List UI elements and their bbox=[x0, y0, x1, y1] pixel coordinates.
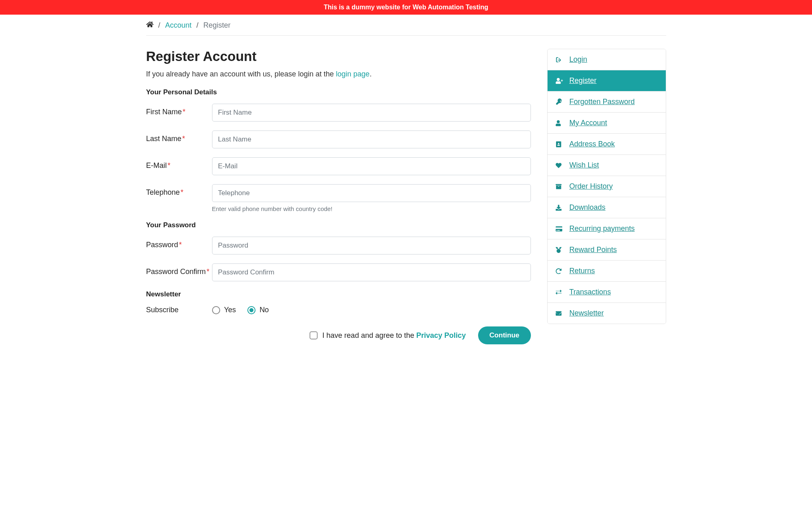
credit-card-icon bbox=[555, 225, 564, 233]
telephone-help: Enter valid phone number with country co… bbox=[212, 205, 531, 212]
radio-label: No bbox=[260, 306, 269, 314]
sidebar-item-label: Register bbox=[569, 76, 597, 85]
label-text: Password Confirm bbox=[146, 268, 206, 276]
required-marker: * bbox=[168, 161, 171, 170]
sidebar-item-newsletter[interactable]: Newsletter bbox=[548, 303, 666, 324]
medal-icon bbox=[555, 246, 564, 254]
login-page-link[interactable]: login page bbox=[336, 70, 370, 78]
sidebar-item-label: Downloads bbox=[569, 203, 606, 212]
breadcrumb-sep: / bbox=[197, 21, 199, 30]
login-icon bbox=[555, 56, 564, 63]
radio-label: Yes bbox=[224, 306, 236, 314]
sidebar-item-forgotten-password[interactable]: Forgotten Password bbox=[548, 91, 666, 113]
sidebar-item-transactions[interactable]: Transactions bbox=[548, 282, 666, 303]
radio-icon bbox=[247, 306, 256, 314]
label-password: Password* bbox=[146, 237, 212, 249]
exchange-icon bbox=[555, 289, 564, 296]
password-field[interactable] bbox=[212, 237, 531, 254]
sidebar-item-label: Wish List bbox=[569, 161, 599, 170]
sidebar-item-label: Login bbox=[569, 55, 587, 64]
page-title: Register Account bbox=[146, 49, 531, 64]
sidebar-item-recurring-payments[interactable]: Recurring payments bbox=[548, 218, 666, 239]
intro-suffix: . bbox=[370, 70, 372, 78]
radio-icon bbox=[212, 306, 220, 314]
sidebar-item-label: My Account bbox=[569, 119, 607, 127]
breadcrumb-sep: / bbox=[158, 21, 160, 30]
sidebar: LoginRegisterForgotten PasswordMy Accoun… bbox=[547, 49, 666, 344]
label-text: First Name bbox=[146, 108, 182, 116]
sidebar-item-label: Forgotten Password bbox=[569, 98, 635, 106]
sidebar-item-order-history[interactable]: Order History bbox=[548, 176, 666, 197]
main-content: Register Account If you already have an … bbox=[146, 49, 531, 344]
sidebar-item-login[interactable]: Login bbox=[548, 49, 666, 70]
breadcrumb-current: Register bbox=[204, 21, 231, 30]
label-text: Telephone bbox=[146, 188, 180, 196]
sidebar-item-label: Order History bbox=[569, 182, 613, 191]
sidebar-item-returns[interactable]: Returns bbox=[548, 261, 666, 282]
sidebar-item-downloads[interactable]: Downloads bbox=[548, 197, 666, 218]
last-name-field[interactable] bbox=[212, 130, 531, 148]
label-text: E-Mail bbox=[146, 161, 167, 170]
agree-text: I have read and agree to the Privacy Pol… bbox=[323, 331, 466, 340]
subscribe-radio-group: Yes No bbox=[212, 306, 531, 314]
heart-icon bbox=[555, 162, 564, 169]
label-first-name: First Name* bbox=[146, 104, 212, 116]
required-marker: * bbox=[207, 268, 210, 276]
telephone-field[interactable] bbox=[212, 184, 531, 202]
envelope-icon bbox=[555, 310, 564, 317]
sidebar-item-reward-points[interactable]: Reward Points bbox=[548, 239, 666, 261]
label-text: Password bbox=[146, 241, 178, 249]
label-telephone: Telephone* bbox=[146, 184, 212, 197]
legend-password: Your Password bbox=[146, 221, 531, 229]
sidebar-item-label: Newsletter bbox=[569, 309, 604, 318]
intro-text: If you already have an account with us, … bbox=[146, 70, 531, 78]
privacy-policy-link[interactable]: Privacy Policy bbox=[416, 331, 466, 339]
label-password-confirm: Password Confirm* bbox=[146, 263, 212, 276]
user-icon bbox=[555, 120, 564, 127]
home-icon bbox=[146, 21, 154, 30]
banner: This is a dummy website for Web Automati… bbox=[0, 0, 812, 15]
intro-prefix: If you already have an account with us, … bbox=[146, 70, 336, 78]
agree-prefix: I have read and agree to the bbox=[323, 331, 416, 339]
breadcrumb: / Account / Register bbox=[146, 15, 666, 36]
sidebar-item-register[interactable]: Register bbox=[548, 70, 666, 91]
breadcrumb-home[interactable] bbox=[146, 21, 154, 30]
required-marker: * bbox=[181, 188, 184, 196]
sidebar-item-my-account[interactable]: My Account bbox=[548, 113, 666, 134]
form-footer: I have read and agree to the Privacy Pol… bbox=[146, 326, 531, 344]
key-icon bbox=[555, 98, 564, 106]
legend-personal: Your Personal Details bbox=[146, 88, 531, 96]
legend-newsletter: Newsletter bbox=[146, 290, 531, 298]
subscribe-no-radio[interactable]: No bbox=[247, 306, 269, 314]
sidebar-item-label: Recurring payments bbox=[569, 224, 635, 233]
continue-button[interactable]: Continue bbox=[478, 326, 531, 344]
label-email: E-Mail* bbox=[146, 157, 212, 170]
undo-icon bbox=[555, 268, 564, 275]
label-subscribe: Subscribe bbox=[146, 306, 212, 314]
sidebar-item-wish-list[interactable]: Wish List bbox=[548, 155, 666, 176]
subscribe-yes-radio[interactable]: Yes bbox=[212, 306, 236, 314]
required-marker: * bbox=[179, 241, 182, 249]
first-name-field[interactable] bbox=[212, 104, 531, 122]
agree-wrap: I have read and agree to the Privacy Pol… bbox=[310, 331, 466, 340]
required-marker: * bbox=[182, 135, 185, 143]
banner-text: This is a dummy website for Web Automati… bbox=[324, 4, 488, 11]
label-last-name: Last Name* bbox=[146, 130, 212, 143]
sidebar-list: LoginRegisterForgotten PasswordMy Accoun… bbox=[547, 49, 666, 324]
required-marker: * bbox=[183, 108, 186, 116]
password-confirm-field[interactable] bbox=[212, 263, 531, 281]
sidebar-item-label: Returns bbox=[569, 267, 595, 275]
agree-checkbox[interactable] bbox=[310, 331, 318, 339]
download-icon bbox=[555, 204, 564, 211]
sidebar-item-label: Reward Points bbox=[569, 246, 617, 254]
address-book-icon bbox=[555, 141, 564, 148]
label-text: Last Name bbox=[146, 135, 182, 143]
user-plus-icon bbox=[555, 77, 564, 85]
sidebar-item-label: Address Book bbox=[569, 140, 615, 148]
sidebar-item-address-book[interactable]: Address Book bbox=[548, 134, 666, 155]
box-icon bbox=[555, 183, 564, 190]
breadcrumb-account[interactable]: Account bbox=[165, 21, 192, 30]
email-field[interactable] bbox=[212, 157, 531, 175]
sidebar-item-label: Transactions bbox=[569, 288, 611, 296]
